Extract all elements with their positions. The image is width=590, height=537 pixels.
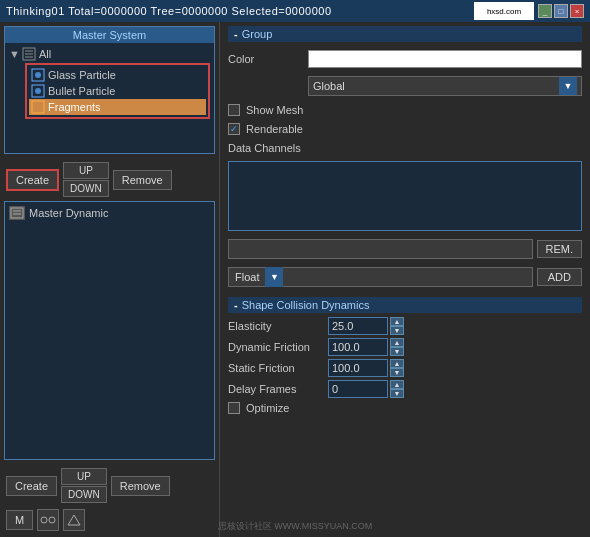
renderable-label: Renderable	[246, 123, 303, 135]
delay-frames-down[interactable]: ▼	[390, 389, 404, 398]
btn-row-2: Create UP DOWN Remove	[4, 464, 215, 507]
color-input[interactable]	[308, 50, 582, 68]
titlebar-logo: hxsd.com	[474, 2, 534, 20]
master-system-header: Master System	[5, 27, 214, 43]
static-friction-label: Static Friction	[228, 362, 328, 374]
renderable-checkbox[interactable]	[228, 123, 240, 135]
show-mesh-row: Show Mesh	[228, 104, 582, 116]
renderable-row: Renderable	[228, 123, 582, 135]
collision-minus-icon: -	[234, 299, 238, 311]
left-panel: Master System ▼ All	[0, 22, 220, 537]
create-button-2[interactable]: Create	[6, 476, 57, 496]
elasticity-down[interactable]: ▼	[390, 326, 404, 335]
tree-children: Glass Particle Bullet Particle	[25, 63, 210, 119]
group-section-header: - Group	[228, 26, 582, 42]
add-row: Float ▼ ADD	[228, 267, 582, 287]
watermark: 思核设计社区 WWW.MISSYUAN.COM	[218, 520, 373, 533]
dynamic-area: Master Dynamic	[4, 201, 215, 460]
svg-point-9	[35, 104, 41, 110]
delay-frames-row: Delay Frames ▲ ▼	[228, 380, 582, 398]
group-section-label: Group	[242, 28, 273, 40]
dynamic-friction-input[interactable]	[328, 338, 388, 356]
dynamic-friction-label: Dynamic Friction	[228, 341, 328, 353]
up-button-2[interactable]: UP	[61, 468, 107, 485]
optimize-label: Optimize	[246, 402, 289, 414]
glass-particle-label: Glass Particle	[48, 69, 116, 81]
master-system-box: Master System ▼ All	[4, 26, 215, 154]
tree-item-bullet[interactable]: Bullet Particle	[29, 83, 206, 99]
tree-area: ▼ All Glass Particl	[5, 43, 214, 153]
float-label: Float	[229, 271, 265, 283]
titlebar-buttons: _ □ ×	[538, 4, 584, 18]
delay-frames-up[interactable]: ▲	[390, 380, 404, 389]
shapes-icon	[66, 513, 82, 527]
create-button-1[interactable]: Create	[6, 169, 59, 191]
static-friction-up[interactable]: ▲	[390, 359, 404, 368]
tree-item-fragments[interactable]: Fragments	[29, 99, 206, 115]
collision-section-label: Shape Collision Dynamics	[242, 299, 370, 311]
icon-btn-1[interactable]	[37, 509, 59, 531]
tree-item-glass[interactable]: Glass Particle	[29, 67, 206, 83]
collision-section: - Shape Collision Dynamics Elasticity ▲ …	[228, 297, 582, 414]
add-button[interactable]: ADD	[537, 268, 582, 286]
elasticity-input[interactable]	[328, 317, 388, 335]
elasticity-spinner: ▲ ▼	[390, 317, 404, 335]
global-dropdown-row: Global ▼	[308, 76, 582, 96]
master-dynamic-label: Master Dynamic	[29, 207, 108, 219]
remove-button-1[interactable]: Remove	[113, 170, 172, 190]
delay-frames-spinner: ▲ ▼	[390, 380, 404, 398]
up-button-1[interactable]: UP	[63, 162, 109, 179]
rem-button[interactable]: REM.	[537, 240, 583, 258]
data-channels-label: Data Channels	[228, 142, 582, 154]
delay-frames-input[interactable]	[328, 380, 388, 398]
elasticity-label: Elasticity	[228, 320, 328, 332]
close-button[interactable]: ×	[570, 4, 584, 18]
collision-section-header: - Shape Collision Dynamics	[228, 297, 582, 313]
dynamic-icon-svg	[10, 207, 24, 219]
float-arrow-icon[interactable]: ▼	[265, 267, 283, 287]
minimize-button[interactable]: _	[538, 4, 552, 18]
svg-point-13	[41, 517, 47, 523]
show-mesh-checkbox[interactable]	[228, 104, 240, 116]
titlebar-title: Thinking01 Total=0000000 Tree=0000000 Se…	[6, 5, 474, 17]
optimize-checkbox[interactable]	[228, 402, 240, 414]
global-dropdown-label: Global	[313, 80, 345, 92]
bottom-controls: M	[4, 507, 215, 533]
down-button-1[interactable]: DOWN	[63, 180, 109, 197]
svg-rect-10	[11, 208, 23, 218]
elasticity-row: Elasticity ▲ ▼	[228, 317, 582, 335]
group-minus-icon: -	[234, 28, 238, 40]
bullet-particle-icon	[31, 84, 45, 98]
m-button[interactable]: M	[6, 510, 33, 530]
tree-all-label: All	[39, 48, 51, 60]
rem-input[interactable]	[228, 239, 533, 259]
down-button-2[interactable]: DOWN	[61, 486, 107, 503]
maximize-button[interactable]: □	[554, 4, 568, 18]
global-dropdown[interactable]: Global ▼	[308, 76, 582, 96]
tree-expand-icon[interactable]: ▼	[9, 48, 20, 60]
glass-particle-icon	[31, 68, 45, 82]
dynamic-friction-down[interactable]: ▼	[390, 347, 404, 356]
main-layout: Master System ▼ All	[0, 22, 590, 537]
elasticity-up[interactable]: ▲	[390, 317, 404, 326]
master-dynamic-item[interactable]: Master Dynamic	[9, 206, 210, 220]
icon-btn-2[interactable]	[63, 509, 85, 531]
dynamic-friction-spinner: ▲ ▼	[390, 338, 404, 356]
static-friction-input[interactable]	[328, 359, 388, 377]
global-dropdown-arrow[interactable]: ▼	[559, 77, 577, 95]
dynamic-friction-row: Dynamic Friction ▲ ▼	[228, 338, 582, 356]
show-mesh-label: Show Mesh	[246, 104, 303, 116]
static-friction-down[interactable]: ▼	[390, 368, 404, 377]
particles-icon	[40, 513, 56, 527]
color-row: Color	[228, 50, 582, 68]
fragments-label: Fragments	[48, 101, 101, 113]
titlebar: Thinking01 Total=0000000 Tree=0000000 Se…	[0, 0, 590, 22]
optimize-row: Optimize	[228, 402, 582, 414]
updown-stack-2: UP DOWN	[61, 468, 107, 503]
float-dropdown[interactable]: Float ▼	[228, 267, 533, 287]
svg-point-7	[35, 88, 41, 94]
remove-button-2[interactable]: Remove	[111, 476, 170, 496]
svg-point-5	[35, 72, 41, 78]
dynamic-friction-up[interactable]: ▲	[390, 338, 404, 347]
static-friction-row: Static Friction ▲ ▼	[228, 359, 582, 377]
